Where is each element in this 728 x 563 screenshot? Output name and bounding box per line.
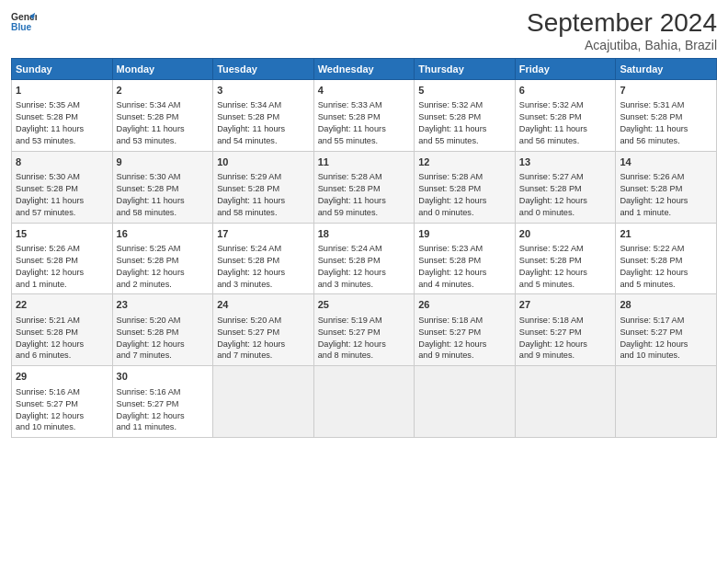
day-number: 19	[418, 227, 511, 241]
cell-text: Sunrise: 5:22 AM	[519, 243, 612, 255]
cell-text: Sunrise: 5:35 AM	[16, 99, 108, 111]
cell-text: Sunrise: 5:19 AM	[318, 315, 411, 327]
cell-text: Sunset: 5:28 PM	[16, 183, 108, 195]
cell-text: Daylight: 12 hours	[418, 195, 511, 207]
calendar-cell: 1Sunrise: 5:35 AMSunset: 5:28 PMDaylight…	[12, 79, 113, 151]
calendar-cell: 18Sunrise: 5:24 AMSunset: 5:28 PMDayligh…	[313, 223, 415, 294]
calendar-cell: 24Sunrise: 5:20 AMSunset: 5:27 PMDayligh…	[213, 294, 314, 366]
cell-text: Daylight: 12 hours	[418, 339, 511, 350]
calendar-cell: 23Sunrise: 5:20 AMSunset: 5:28 PMDayligh…	[112, 294, 213, 366]
cell-text: Sunset: 5:28 PM	[217, 255, 310, 267]
subtitle: Acajutiba, Bahia, Brazil	[527, 38, 717, 52]
calendar-cell	[415, 366, 516, 438]
cell-text: Sunset: 5:28 PM	[117, 111, 210, 123]
cell-text: Daylight: 11 hours	[620, 123, 712, 135]
cell-text: and 8 minutes.	[318, 350, 411, 362]
cell-text: Daylight: 12 hours	[117, 339, 210, 350]
calendar-cell: 14Sunrise: 5:26 AMSunset: 5:28 PMDayligh…	[616, 151, 717, 223]
day-number: 30	[117, 370, 210, 384]
cell-text: Daylight: 12 hours	[620, 339, 712, 350]
cell-text: Sunrise: 5:31 AM	[620, 99, 712, 111]
cell-text: Sunset: 5:28 PM	[318, 255, 411, 267]
calendar-week-2: 8Sunrise: 5:30 AMSunset: 5:28 PMDaylight…	[12, 151, 717, 223]
cell-text: Daylight: 12 hours	[519, 267, 612, 279]
cell-text: Sunset: 5:28 PM	[217, 111, 310, 123]
cell-text: Sunset: 5:28 PM	[16, 327, 108, 339]
cell-text: and 56 minutes.	[620, 135, 712, 147]
day-number: 12	[418, 155, 511, 169]
cell-text: and 58 minutes.	[117, 207, 210, 219]
day-number: 16	[117, 227, 210, 241]
cell-text: Sunset: 5:27 PM	[16, 398, 108, 410]
svg-text:Blue: Blue	[11, 22, 32, 32]
calendar-cell: 6Sunrise: 5:32 AMSunset: 5:28 PMDaylight…	[515, 79, 616, 151]
calendar-cell: 30Sunrise: 5:16 AMSunset: 5:27 PMDayligh…	[112, 366, 213, 438]
day-number: 21	[620, 227, 712, 241]
header-row: Sunday Monday Tuesday Wednesday Thursday…	[12, 58, 717, 79]
cell-text: Sunrise: 5:18 AM	[418, 315, 511, 327]
calendar-cell	[616, 366, 717, 438]
cell-text: and 55 minutes.	[318, 135, 411, 147]
day-number: 6	[519, 84, 612, 98]
calendar-cell: 10Sunrise: 5:29 AMSunset: 5:28 PMDayligh…	[213, 151, 314, 223]
cell-text: Sunrise: 5:30 AM	[117, 171, 210, 183]
calendar-cell: 4Sunrise: 5:33 AMSunset: 5:28 PMDaylight…	[313, 79, 415, 151]
cell-text: Sunrise: 5:33 AM	[318, 99, 411, 111]
cell-text: Sunrise: 5:16 AM	[117, 386, 210, 398]
cell-text: Daylight: 11 hours	[217, 123, 310, 135]
cell-text: Sunset: 5:28 PM	[318, 183, 411, 195]
calendar-cell: 29Sunrise: 5:16 AMSunset: 5:27 PMDayligh…	[12, 366, 113, 438]
cell-text: Sunset: 5:28 PM	[620, 183, 712, 195]
day-number: 4	[318, 84, 411, 98]
cell-text: Daylight: 11 hours	[117, 195, 210, 207]
cell-text: Sunset: 5:28 PM	[217, 183, 310, 195]
cell-text: and 7 minutes.	[217, 350, 310, 362]
cell-text: and 3 minutes.	[318, 279, 411, 291]
calendar-cell	[515, 366, 616, 438]
calendar-cell: 26Sunrise: 5:18 AMSunset: 5:27 PMDayligh…	[415, 294, 516, 366]
cell-text: Daylight: 12 hours	[117, 410, 210, 422]
cell-text: Daylight: 12 hours	[16, 410, 108, 422]
calendar-cell: 11Sunrise: 5:28 AMSunset: 5:28 PMDayligh…	[313, 151, 415, 223]
cell-text: Sunset: 5:28 PM	[519, 183, 612, 195]
cell-text: Daylight: 11 hours	[519, 123, 612, 135]
cell-text: Sunset: 5:27 PM	[418, 327, 511, 339]
cell-text: Sunrise: 5:34 AM	[217, 99, 310, 111]
col-friday: Friday	[515, 58, 616, 79]
cell-text: Daylight: 12 hours	[318, 267, 411, 279]
day-number: 13	[519, 155, 612, 169]
calendar-cell: 28Sunrise: 5:17 AMSunset: 5:27 PMDayligh…	[616, 294, 717, 366]
cell-text: Sunset: 5:28 PM	[418, 255, 511, 267]
cell-text: and 3 minutes.	[217, 279, 310, 291]
calendar-week-3: 15Sunrise: 5:26 AMSunset: 5:28 PMDayligh…	[12, 223, 717, 294]
cell-text: Daylight: 11 hours	[16, 123, 108, 135]
cell-text: Sunrise: 5:24 AM	[217, 243, 310, 255]
cell-text: Daylight: 12 hours	[16, 339, 108, 350]
cell-text: and 55 minutes.	[418, 135, 511, 147]
cell-text: Daylight: 11 hours	[217, 195, 310, 207]
cell-text: Sunrise: 5:23 AM	[418, 243, 511, 255]
cell-text: Sunrise: 5:30 AM	[16, 171, 108, 183]
cell-text: Sunrise: 5:29 AM	[217, 171, 310, 183]
cell-text: Sunrise: 5:27 AM	[519, 171, 612, 183]
cell-text: Daylight: 11 hours	[318, 123, 411, 135]
cell-text: Daylight: 12 hours	[620, 267, 712, 279]
cell-text: and 1 minute.	[620, 207, 712, 219]
calendar-week-1: 1Sunrise: 5:35 AMSunset: 5:28 PMDaylight…	[12, 79, 717, 151]
col-tuesday: Tuesday	[213, 58, 314, 79]
cell-text: Sunset: 5:28 PM	[418, 183, 511, 195]
cell-text: Sunset: 5:28 PM	[519, 111, 612, 123]
header: General Blue September 2024 Acajutiba, B…	[11, 9, 717, 52]
calendar-cell: 15Sunrise: 5:26 AMSunset: 5:28 PMDayligh…	[12, 223, 113, 294]
cell-text: Sunset: 5:28 PM	[117, 327, 210, 339]
col-saturday: Saturday	[616, 58, 717, 79]
cell-text: and 53 minutes.	[117, 135, 210, 147]
logo-icon: General Blue	[11, 9, 37, 35]
calendar-week-5: 29Sunrise: 5:16 AMSunset: 5:27 PMDayligh…	[12, 366, 717, 438]
day-number: 26	[418, 298, 511, 312]
day-number: 24	[217, 298, 310, 312]
cell-text: and 10 minutes.	[620, 350, 712, 362]
cell-text: and 10 minutes.	[16, 421, 108, 433]
day-number: 29	[16, 370, 108, 384]
day-number: 17	[217, 227, 310, 241]
